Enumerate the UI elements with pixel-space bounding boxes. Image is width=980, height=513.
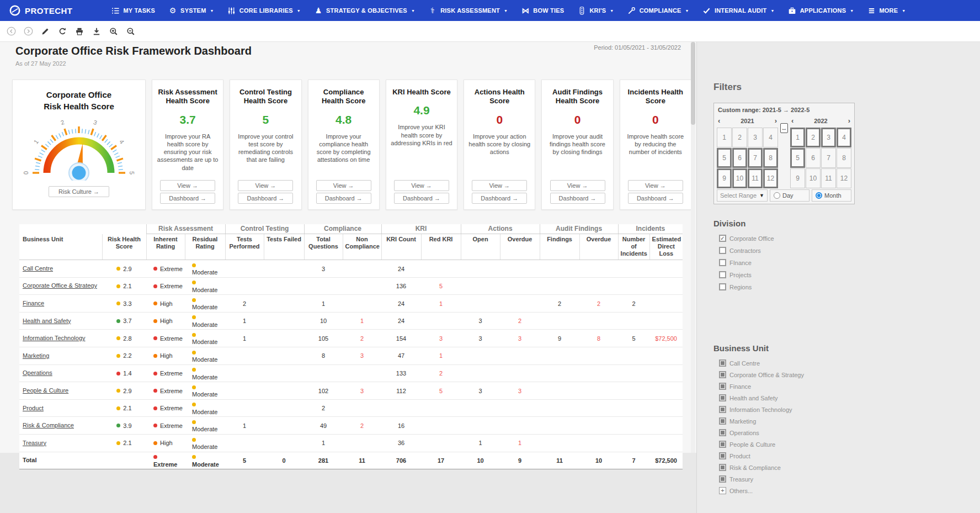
view-button-incidents-health-score[interactable]: View →: [628, 180, 683, 191]
business-unit-filter-treasury[interactable]: Treasury: [719, 475, 980, 483]
bu-link-product[interactable]: Product: [23, 405, 44, 411]
month-cell-2022-3[interactable]: 3: [821, 128, 836, 147]
business-unit-filter-operations[interactable]: Operations: [719, 429, 980, 436]
business-unit-cell: Call Centre: [19, 260, 102, 278]
risk-culture-button[interactable]: Risk Culture →: [49, 186, 109, 197]
dashboard-button-control-testing-health-score[interactable]: Dashboard →: [238, 193, 293, 204]
bu-link-operations[interactable]: Operations: [23, 369, 52, 376]
refresh-icon[interactable]: [57, 26, 68, 37]
month-cell-2022-5[interactable]: 5: [790, 148, 805, 168]
status-dot-red: [153, 455, 157, 459]
dashboard-button-actions-health-score[interactable]: Dashboard →: [472, 193, 527, 204]
nav-item-bow-ties[interactable]: ⋈BOW TIES: [521, 6, 564, 15]
division-filter-contractors[interactable]: Contractors: [719, 247, 980, 254]
nav-item-system[interactable]: ⚙SYSTEM▼: [168, 6, 214, 15]
month-cell-2021-5[interactable]: 5: [717, 148, 732, 168]
scrollbar-thumb[interactable]: [691, 42, 695, 125]
nav-item-more[interactable]: MORE▼: [867, 6, 906, 15]
bu-link-finance[interactable]: Finance: [23, 300, 44, 306]
month-cell-2021-6[interactable]: 6: [732, 148, 747, 168]
zoom-out-icon[interactable]: [125, 26, 136, 37]
division-filter-corporate-office[interactable]: ✓Corporate Office: [719, 235, 980, 242]
select-range-dropdown[interactable]: Select Range ▼: [717, 189, 768, 202]
nav-item-applications[interactable]: APPLICATIONS▼: [788, 6, 854, 15]
nav-item-kri-s[interactable]: KRI'S▼: [577, 6, 614, 15]
division-filter-finance[interactable]: FInance: [719, 259, 980, 266]
nav-item-compliance[interactable]: COMPLIANCE▼: [627, 6, 689, 15]
month-cell-2021-4[interactable]: 4: [763, 128, 778, 147]
bu-link-treasury[interactable]: Treasury: [23, 440, 46, 446]
view-button-compliance-health-score[interactable]: View →: [316, 180, 371, 191]
nav-item-risk-assessment[interactable]: ⚕RISK ASSESSMENT▼: [428, 6, 508, 15]
business-unit-filter-finance[interactable]: Finance: [719, 383, 980, 390]
business-unit-filter-corporate-office-strategy[interactable]: Corporate Office & Strategy: [719, 371, 980, 378]
download-icon[interactable]: [91, 26, 102, 37]
month-cell-2022-7[interactable]: 7: [821, 148, 836, 168]
nav-item-internal-audit[interactable]: INTERNAL AUDIT▼: [702, 6, 775, 15]
data-cell: [343, 295, 381, 313]
month-cell-2021-12[interactable]: 12: [763, 168, 778, 188]
business-unit-filter-people-culture[interactable]: People & Culture: [719, 441, 980, 448]
business-unit-filter-health-and-safety[interactable]: Health and Safety: [719, 394, 980, 401]
back-icon[interactable]: [6, 26, 17, 37]
next-year-icon[interactable]: ›: [848, 117, 850, 125]
month-cell-2022-2[interactable]: 2: [806, 128, 821, 147]
month-cell-2021-11[interactable]: 11: [748, 168, 763, 188]
business-unit-filter-risk-compliance[interactable]: Risk & Compliance: [719, 464, 980, 471]
bu-link-marketing[interactable]: Marketing: [23, 352, 49, 359]
month-cell-2021-3[interactable]: 3: [748, 128, 763, 147]
calendar-range-icon[interactable]: ↔: [780, 123, 788, 133]
nav-item-core-libraries[interactable]: CORE LIBRARIES▼: [227, 6, 301, 15]
bu-link-call-centre[interactable]: Call Centre: [23, 265, 53, 272]
dashboard-button-risk-assessment-health-score[interactable]: Dashboard →: [160, 193, 215, 204]
nav-item-my-tasks[interactable]: MY TASKS: [111, 6, 155, 15]
day-radio[interactable]: Day: [770, 189, 809, 202]
view-button-control-testing-health-score[interactable]: View →: [238, 180, 293, 191]
next-year-icon[interactable]: ›: [775, 117, 777, 125]
edit-icon[interactable]: [40, 26, 51, 37]
bu-link-health-and-safety[interactable]: Health and Safety: [23, 318, 71, 324]
view-button-kri-health-score[interactable]: View →: [394, 180, 449, 191]
month-radio[interactable]: Month: [812, 189, 851, 202]
dashboard-button-incidents-health-score[interactable]: Dashboard →: [628, 193, 683, 204]
view-button-actions-health-score[interactable]: View →: [472, 180, 527, 191]
month-cell-2022-10[interactable]: 10: [806, 168, 821, 188]
month-cell-2022-8[interactable]: 8: [837, 148, 851, 168]
division-filter-regions[interactable]: Regions: [719, 283, 980, 290]
month-cell-2022-4[interactable]: 4: [837, 128, 851, 147]
month-cell-2021-1[interactable]: 1: [717, 128, 732, 147]
bu-link-information-technology[interactable]: Information Technology: [23, 335, 86, 341]
prev-year-icon[interactable]: ‹: [718, 117, 720, 125]
dashboard-button-audit-findings-health-score[interactable]: Dashboard →: [550, 193, 605, 204]
bu-link-people-culture[interactable]: People & Culture: [23, 387, 68, 394]
dashboard-button-kri-health-score[interactable]: Dashboard →: [394, 193, 449, 204]
business-unit-filter-marketing[interactable]: Marketing: [719, 417, 980, 425]
month-cell-2022-9[interactable]: 9: [790, 168, 805, 188]
month-cell-2022-6[interactable]: 6: [806, 148, 821, 168]
month-cell-2021-7[interactable]: 7: [748, 148, 763, 168]
bu-link-risk-compliance[interactable]: Risk & Compliance: [23, 422, 74, 429]
business-unit-filter-others[interactable]: +Others...: [719, 487, 980, 494]
nav-item-strategy-objectives[interactable]: ♟STRATEGY & OBJECTIVES▼: [314, 6, 415, 15]
dashboard-button-compliance-health-score[interactable]: Dashboard →: [316, 193, 371, 204]
month-cell-2021-2[interactable]: 2: [732, 128, 747, 147]
month-cell-2021-10[interactable]: 10: [732, 168, 747, 188]
business-unit-filter-product[interactable]: Product: [719, 452, 980, 459]
month-cell-2022-11[interactable]: 11: [821, 168, 836, 188]
zoom-in-icon[interactable]: [108, 26, 119, 37]
month-cell-2022-1[interactable]: 1: [790, 128, 805, 147]
main-scrollbar[interactable]: [691, 42, 695, 453]
business-unit-filter-information-technology[interactable]: Information Technology: [719, 406, 980, 413]
bu-link-corporate-office-strategy[interactable]: Corporate Office & Strategy: [23, 282, 97, 289]
forward-icon[interactable]: [23, 26, 34, 37]
prev-year-icon[interactable]: ‹: [791, 117, 793, 125]
month-cell-2021-9[interactable]: 9: [717, 168, 732, 188]
protecht-logo[interactable]: PROTECHT: [9, 4, 73, 17]
print-icon[interactable]: [74, 26, 85, 37]
month-cell-2022-12[interactable]: 12: [837, 168, 851, 188]
view-button-audit-findings-health-score[interactable]: View →: [550, 180, 605, 191]
division-filter-projects[interactable]: Projects: [719, 271, 980, 278]
business-unit-filter-call-centre[interactable]: Call Centre: [719, 359, 980, 367]
view-button-risk-assessment-health-score[interactable]: View →: [160, 180, 215, 191]
month-cell-2021-8[interactable]: 8: [763, 148, 778, 168]
